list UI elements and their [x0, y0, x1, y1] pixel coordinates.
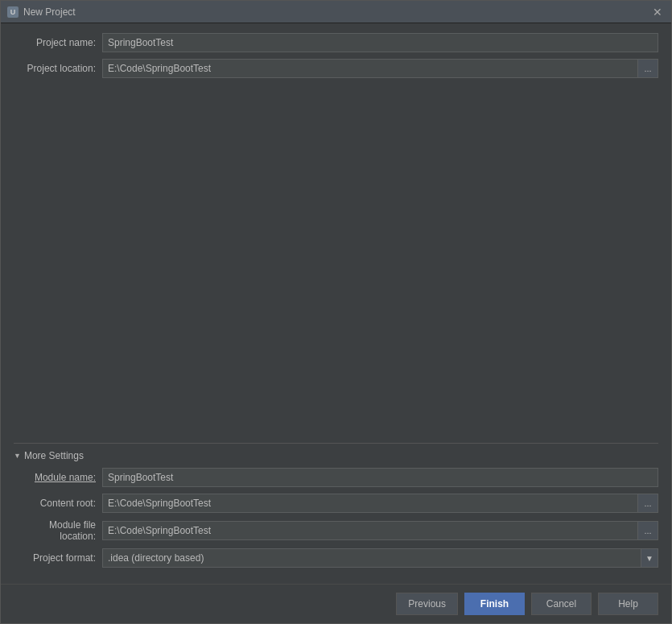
more-settings-section: ▼ More Settings Module name: Content roo…	[14, 443, 658, 574]
content-root-browse-button[interactable]: ...	[637, 494, 658, 513]
more-settings-header[interactable]: ▼ More Settings	[14, 450, 658, 461]
content-root-label: Content root:	[14, 498, 102, 509]
finish-button[interactable]: Finish	[464, 593, 525, 615]
project-format-select-wrapper: .idea (directory based) ▼	[102, 548, 658, 568]
module-file-location-label: Module file location:	[14, 519, 102, 542]
module-file-location-input-group: ...	[102, 521, 658, 540]
footer: Previous Finish Cancel Help	[1, 584, 671, 623]
dialog-content: Project name: Project location: ... ▼ Mo…	[1, 23, 671, 584]
dialog-title: New Project	[23, 6, 76, 18]
more-settings-label: More Settings	[24, 450, 84, 461]
new-project-dialog: U New Project ✕ Project name: Project lo…	[0, 0, 672, 624]
content-root-input-group: ...	[102, 494, 658, 513]
project-format-label: Project format:	[14, 552, 102, 564]
content-root-input[interactable]	[102, 494, 637, 513]
title-bar-left: U New Project	[7, 6, 76, 18]
module-file-location-input[interactable]	[102, 521, 637, 540]
cancel-button[interactable]: Cancel	[531, 593, 592, 615]
empty-area	[14, 85, 658, 440]
project-name-row: Project name:	[14, 33, 658, 52]
previous-button[interactable]: Previous	[396, 593, 458, 615]
project-location-label: Project location:	[14, 63, 102, 74]
module-name-row: Module name:	[14, 468, 658, 487]
project-name-label: Project name:	[14, 37, 102, 48]
content-root-row: Content root: ...	[14, 494, 658, 513]
project-location-browse-button[interactable]: ...	[637, 59, 658, 78]
close-button[interactable]: ✕	[650, 5, 665, 19]
project-location-row: Project location: ...	[14, 59, 658, 78]
project-location-input-group: ...	[102, 59, 658, 78]
project-format-select[interactable]: .idea (directory based)	[102, 548, 658, 568]
title-bar: U New Project ✕	[1, 1, 671, 23]
module-name-label: Module name:	[14, 472, 102, 483]
module-name-input[interactable]	[102, 468, 658, 487]
project-location-input[interactable]	[102, 59, 637, 78]
collapse-triangle-icon: ▼	[14, 452, 21, 460]
project-name-input[interactable]	[102, 33, 658, 52]
project-format-row: Project format: .idea (directory based) …	[14, 548, 658, 568]
module-file-location-browse-button[interactable]: ...	[637, 521, 658, 540]
module-file-location-row: Module file location: ...	[14, 519, 658, 542]
dialog-icon: U	[7, 6, 19, 18]
help-button[interactable]: Help	[598, 593, 658, 615]
